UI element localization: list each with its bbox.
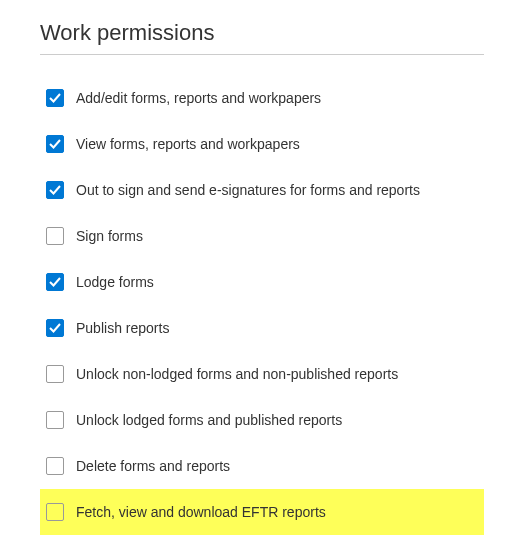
checkbox-eftr[interactable] (46, 503, 64, 521)
checkbox-delete[interactable] (46, 457, 64, 475)
permission-item-add-edit: Add/edit forms, reports and workpapers (40, 75, 484, 121)
checkbox-unlock-lodged[interactable] (46, 411, 64, 429)
permission-item-publish-reports: Publish reports (40, 305, 484, 351)
check-icon (49, 322, 61, 334)
permission-label: Lodge forms (76, 274, 154, 290)
permission-item-out-to-sign: Out to sign and send e-signatures for fo… (40, 167, 484, 213)
checkbox-lodge-forms[interactable] (46, 273, 64, 291)
checkbox-add-edit[interactable] (46, 89, 64, 107)
check-icon (49, 138, 61, 150)
check-icon (49, 184, 61, 196)
checkbox-view[interactable] (46, 135, 64, 153)
permission-label: Add/edit forms, reports and workpapers (76, 90, 321, 106)
permission-label: Publish reports (76, 320, 169, 336)
permission-item-delete: Delete forms and reports (40, 443, 484, 489)
check-icon (49, 276, 61, 288)
checkbox-unlock-non-lodged[interactable] (46, 365, 64, 383)
permission-item-unlock-lodged: Unlock lodged forms and published report… (40, 397, 484, 443)
permission-label: Delete forms and reports (76, 458, 230, 474)
permission-label: View forms, reports and workpapers (76, 136, 300, 152)
permission-label: Unlock non-lodged forms and non-publishe… (76, 366, 398, 382)
check-icon (49, 92, 61, 104)
permission-label: Unlock lodged forms and published report… (76, 412, 342, 428)
permission-label: Out to sign and send e-signatures for fo… (76, 182, 420, 198)
checkbox-out-to-sign[interactable] (46, 181, 64, 199)
checkbox-sign-forms[interactable] (46, 227, 64, 245)
section-title: Work permissions (40, 20, 484, 55)
permission-list: Add/edit forms, reports and workpapers V… (40, 75, 484, 535)
permission-label: Sign forms (76, 228, 143, 244)
permission-item-eftr: Fetch, view and download EFTR reports (40, 489, 484, 535)
permission-item-lodge-forms: Lodge forms (40, 259, 484, 305)
checkbox-publish-reports[interactable] (46, 319, 64, 337)
permission-item-unlock-non-lodged: Unlock non-lodged forms and non-publishe… (40, 351, 484, 397)
permission-item-view: View forms, reports and workpapers (40, 121, 484, 167)
permission-label: Fetch, view and download EFTR reports (76, 504, 326, 520)
permission-item-sign-forms: Sign forms (40, 213, 484, 259)
